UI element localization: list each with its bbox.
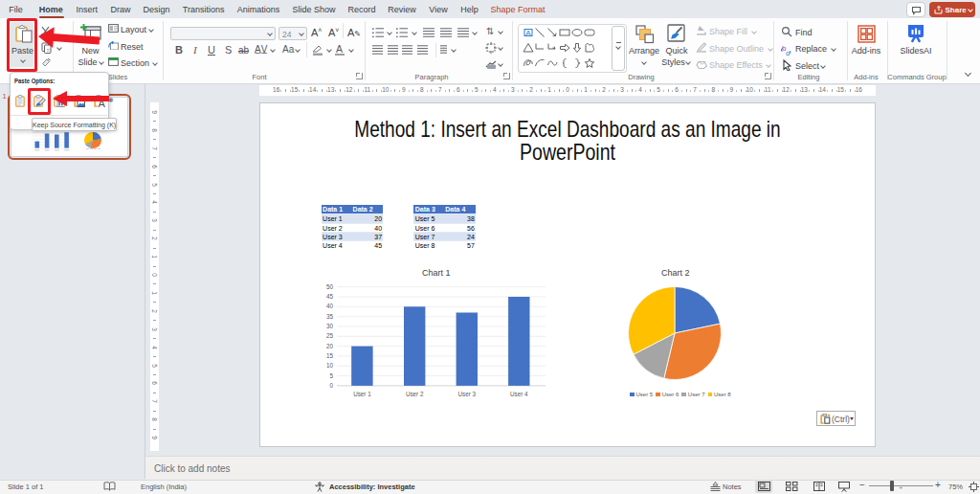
svg-text:User 4: User 4 <box>510 391 528 397</box>
svg-text:40: 40 <box>326 303 334 309</box>
svg-text:A: A <box>525 28 531 36</box>
svg-text:20: 20 <box>326 343 334 349</box>
svg-text:5: 5 <box>329 372 333 379</box>
svg-text:35: 35 <box>326 313 334 320</box>
svg-text:25: 25 <box>326 332 334 339</box>
svg-text:10: 10 <box>326 362 334 369</box>
svg-text:0: 0 <box>329 382 333 389</box>
svg-text:30: 30 <box>326 323 334 329</box>
svg-text:45: 45 <box>326 293 334 300</box>
svg-text:50: 50 <box>326 283 334 290</box>
svg-text:User 2: User 2 <box>406 391 424 397</box>
svg-text:User 1: User 1 <box>353 391 371 397</box>
svg-text:15: 15 <box>326 352 334 359</box>
svg-text:User 3: User 3 <box>458 391 477 397</box>
